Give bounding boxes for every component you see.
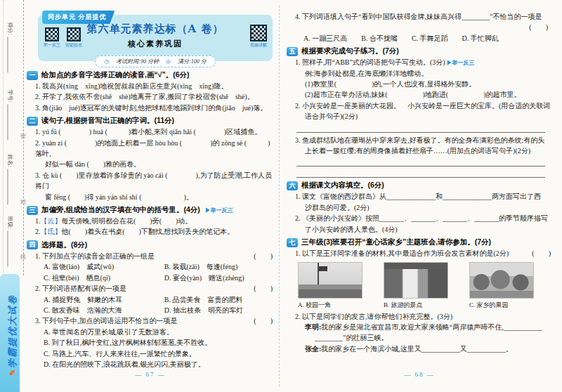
option: D. 宴会(yàn) 赠送(zhèng) — [164, 273, 274, 283]
options-row: A. 一蹦三尺高 B. 合不拢嘴 C. 手舞足蹈 D. 手忙脚乱 — [287, 33, 552, 44]
answer-blank-line — [296, 124, 545, 133]
section-1-title: 给加点的多音字选择正确的读音,画“√”。(6分) — [41, 70, 190, 80]
answer-bracket: ( ) — [529, 22, 549, 32]
option: D. 抽出枝条 明亮的车灯 — [164, 305, 274, 315]
qr-code-grading — [67, 27, 81, 41]
option: A. 捕捉野兔 鲜嫩的木耳 — [44, 294, 164, 305]
question-stem: 3. 下列句子中,加点的词语运用不恰当的一项是( ) — [27, 315, 274, 326]
section-2-title: 读句子,根据拼音写出正确的字词。(11分) — [41, 116, 174, 126]
option: A. 富饶(láo) 威武(wǔ) — [44, 261, 164, 272]
question-line: 了小兴安岭的诱人景色。(4分) — [287, 224, 552, 235]
class-field: 班级: — [6, 216, 14, 267]
question-line: (1)教室里( )的,一个人也没有,显得格外安静。 — [287, 79, 552, 89]
question-stem: 1. 以下是王洋同学准备的材料,其中最适合作为班会发言素材的是(2分)( ) — [287, 248, 552, 259]
section-6-header: 六 根据课文内容填空。(6分) — [287, 181, 552, 190]
photo-caption: B. 旅游的景点 — [384, 301, 448, 310]
answer-bracket: ( ) — [254, 315, 274, 326]
header-card: 同步单元 分层提优 举一反三 智能批改 第六单元素养达标（A 卷） 核心素养巩固… — [38, 15, 273, 61]
question-line: 1. yú fū ( ) huá ( )着小船,来到 qiǎn hǎi ( )区… — [27, 126, 274, 137]
radical-hint: 【氐】 — [41, 228, 62, 235]
brand-banner-text: ✎学霸提优大试卷 — [6, 279, 19, 391]
question-line: 1. 我高兴(xìng xīng)地祝贺叔叔的新店生意兴(xìng xīng)隆… — [27, 81, 274, 91]
name-field-line — [8, 169, 12, 205]
options-row: A. 捕捉野兔 鲜嫩的木耳B. 品尝美食 富贵的肥料 — [27, 294, 274, 305]
qr-caption-grading: 智能批改 — [65, 42, 82, 48]
option: D. 在阳光的照映下,浪花跳跃着,银光闪闪,美丽极了。 — [27, 359, 274, 370]
section-4-header: 四 选择题。(8分) — [27, 240, 274, 250]
question-line: 2. yuàn zi ( )的地面上积着一层 hòu hòu ( )的 zōng… — [27, 138, 274, 159]
example-line: 例:海参到处都是,在海底懒洋洋地蠕动。 — [287, 68, 552, 79]
material-photos: A. 校园一角 B. 旅游的景点 C. 家乡的果园 — [287, 259, 552, 311]
score-field: 得分: — [6, 22, 14, 73]
waterfall-photo — [384, 262, 448, 299]
question-line: 窗 fēng ( )得 yán yán shí shí ( )。 — [27, 192, 274, 202]
right-page: 4. 下列词语填入句子“看到中国队获得金牌,妹妹高兴得________”不恰当的… — [287, 7, 552, 392]
question-line: 1. 课文《富饶的西沙群岛》从______________和__________… — [287, 191, 552, 202]
option: B. 装载(zāi) 每逢(féng) — [164, 261, 274, 272]
score-field-line — [8, 37, 12, 73]
score-field-label: 得分: — [6, 22, 14, 35]
section-5-badge: 五 — [287, 47, 298, 56]
question-line: 沙群岛的可爱。(2分) — [287, 202, 552, 213]
question-line: 3. 角(jiǎo jué)逐冠军的关键时刻,他把球精准地踢到球门的角(jiǎo… — [27, 103, 274, 113]
section-2-header: 二 读句子,根据拼音写出正确的字词。(11分) — [27, 116, 274, 126]
photo-option-b: B. 旅游的景点 — [384, 262, 448, 310]
option: C. 马路上,汽车、行人来来往往,一派繁忙的景象。 — [27, 348, 274, 359]
options-row: C. 祖辈(bèi) 栖息(qī)D. 宴会(yàn) 赠送(zhèng) — [27, 273, 274, 283]
student-id-label: 学号: — [6, 90, 14, 103]
section-4-title: 选择题。(8分) — [41, 240, 87, 250]
question-line: 1.【云】每天傍晚,明明都会在花( )旁( )动。 — [27, 216, 274, 226]
option: C. 祖辈(bèi) 栖息(qī) — [44, 273, 164, 283]
speech-line: ________”的壮丽三峡。 — [287, 332, 552, 343]
question-line: 2.【氐】他( )着头在书桌( )下翻找,想找到丢失的笔记本。 — [27, 226, 274, 237]
question-line: 3. 仓 kù ( )里存放着许多珍贵的 yào cái ( ),为了防止受潮,… — [27, 170, 274, 192]
left-page: 学霸提优大试卷|语文·三年级上 同步单元 分层提优 举一反三 智能批改 第六单元… — [27, 7, 274, 392]
option: B. 品尝美食 富贵的肥料 — [164, 294, 274, 305]
answer-blank-line — [296, 169, 545, 178]
photo-option-a: A. 校园一角 — [298, 262, 362, 310]
question-line: 2. 《美丽的小兴安岭》按照_______、_______、_______、__… — [287, 213, 552, 223]
answer-bracket: ( ) — [532, 248, 552, 259]
section-4-badge: 四 — [27, 240, 38, 249]
section-2-badge: 二 — [27, 117, 38, 126]
pen-icon: ✎ — [8, 368, 17, 376]
qr-caption-video: 视频讲解 — [250, 42, 267, 48]
seal-char-feng: 封 — [20, 198, 26, 206]
question-line: 2. 以下是同学们的发言,请你帮他们补充完整。(3分) — [287, 311, 552, 322]
class-field-line — [8, 231, 12, 267]
section-7-title: 三年级(3)班要召开“童心话家乡”主题班会,请你参加。(7分) — [301, 237, 491, 247]
seal-char-mi: 密 — [20, 132, 26, 140]
photo-caption: C. 家乡的果园 — [469, 301, 534, 310]
qr-group-right: 视频讲解 — [250, 25, 267, 48]
options-row: C. 散发香味 浩瀚的大海D. 抽出枝条 明亮的车灯 — [27, 305, 274, 315]
header-badge: 同步单元 分层提优 — [42, 11, 115, 24]
page-number-left: — 67 — — [27, 371, 274, 378]
option: A. 举世闻名的万里长城,吸引了无数游客。 — [27, 327, 274, 337]
answer-blank-line — [296, 157, 545, 166]
question-stem: 2. 下列词语搭配有误的一项是( ) — [27, 283, 274, 294]
question-line: 上长着一簇红缨;有的周身像插着好些扇子……(用加点的词语写句子)(2分) — [287, 145, 552, 156]
section-3-title: 加偏旁,组成恰当的汉字填在句中的括号里。(4分) — [41, 205, 200, 215]
section-3-marker: ▶举一反三 — [205, 207, 233, 214]
question-line: 2. 小兴安岭是一座美丽的大花园。 小兴安岭是一座巨大的宝库。(用合适的关联词 — [287, 100, 552, 111]
question-line: (2)超市正在举办活动,妹妹( )地跑进( )的超市里。 — [287, 89, 552, 100]
section-7-badge: 七 — [287, 238, 298, 247]
section-7-header: 七 三年级(3)班要召开“童心话家乡”主题班会,请你参加。(7分) — [287, 237, 552, 247]
student-id-field: 学号: — [6, 90, 14, 141]
section-5-title: 根据要求完成句子练习。(7分) — [301, 46, 399, 56]
seal-char-xian: 线 — [20, 253, 26, 261]
answer-bracket-line: ( ) — [287, 22, 552, 32]
campus-photo — [298, 262, 362, 299]
paper-header: 学霸提优大试卷|语文·三年级上 同步单元 分层提优 举一反三 智能批改 第六单元… — [38, 15, 273, 67]
section-6-title: 根据课文内容填空。(6分) — [301, 181, 384, 190]
speaker-name: 李明: — [305, 323, 321, 331]
clock-icon: ◷ — [104, 58, 109, 65]
question-line: 1. 照样子,用“ABB”式的词语把句子写生动。(3分)▶举一反三 — [287, 57, 552, 67]
section-1-header: 一 给加点的多音字选择正确的读音,画“√”。(6分) — [27, 70, 274, 80]
item-marker: ▶举一反三 — [447, 60, 475, 66]
student-id-line — [8, 105, 12, 141]
question-stem: 1. 下列加点字的读音全部正确的一组是( ) — [27, 251, 274, 261]
orchard-photo — [469, 262, 534, 299]
center-page-divider — [279, 6, 280, 386]
binding-rail: 得分: 学号: 姓名: 班级: 密 封 线 ✎学霸提优大试卷 — [0, 0, 25, 392]
